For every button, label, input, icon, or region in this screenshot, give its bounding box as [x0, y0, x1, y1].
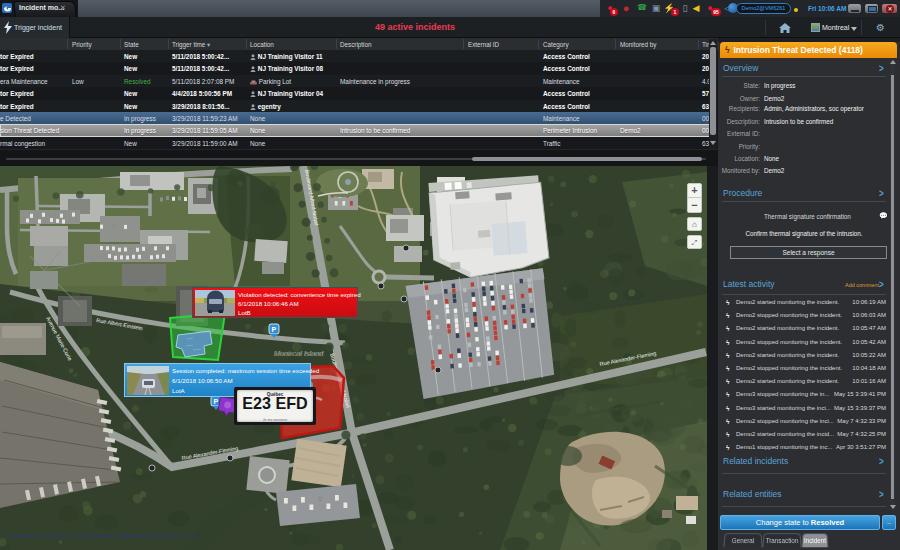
svg-text:P: P	[272, 326, 277, 333]
svg-text:P: P	[214, 398, 219, 405]
svg-text:Montreal Island: Montreal Island	[274, 349, 324, 358]
svg-text:© 2018 Microsoft Corporation ©: © 2018 Microsoft Corporation © 2018 Digi…	[3, 533, 200, 539]
